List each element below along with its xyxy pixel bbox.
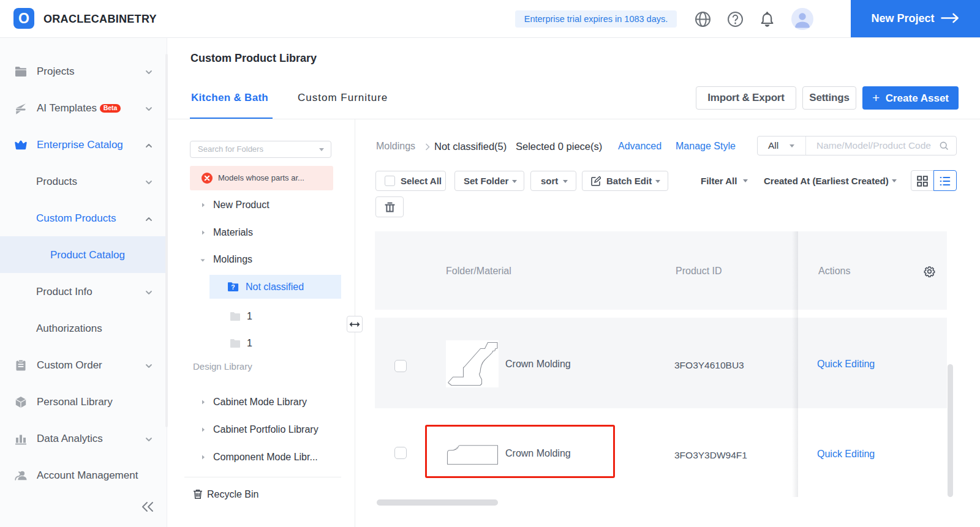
- svg-text:?: ?: [231, 283, 235, 291]
